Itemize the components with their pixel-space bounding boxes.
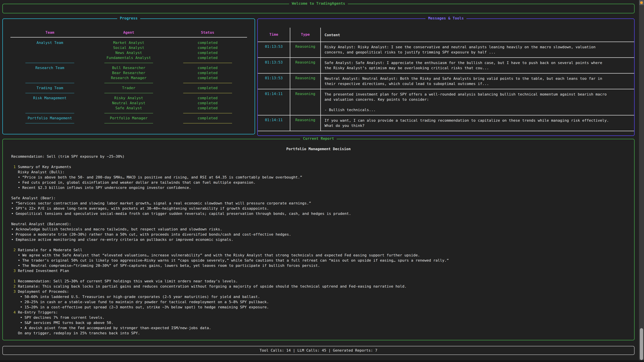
report-line: Neutral Analyst (Balanced): xyxy=(3,221,634,227)
list-number: 2 xyxy=(14,284,16,289)
messages-panel-title: Messages & Tools xyxy=(426,16,466,20)
bullet-icon: • xyxy=(11,201,14,205)
group-separator xyxy=(10,111,247,116)
separator-line xyxy=(104,123,153,123)
message-time: 01:13:53 xyxy=(258,73,290,89)
report-line: • Geopolitical tensions and speculative … xyxy=(3,211,634,216)
agent-cell: Portfolio Manager xyxy=(89,116,168,121)
bullet-icon: • xyxy=(11,212,14,216)
report-line: 1 Recommendation: Sell 25–30% of current… xyxy=(3,279,634,284)
report-line xyxy=(3,242,634,247)
current-report-panel-title: Current Report xyxy=(300,136,336,141)
team-cell: Research Team xyxy=(10,65,89,70)
bullet-icon: • xyxy=(11,206,14,211)
list-number: 2 xyxy=(14,248,16,252)
bullet-icon: • xyxy=(20,300,22,304)
scroll-top-button[interactable] xyxy=(639,0,644,5)
current-report-panel: Current Report Portfolio Management Deci… xyxy=(2,139,634,340)
report-body: Portfolio Management Decision Recommenda… xyxy=(3,139,634,336)
separator-cell xyxy=(89,63,168,63)
window-bottom-edge xyxy=(0,360,644,362)
message-time: 01:13:53 xyxy=(258,42,290,57)
message-time: 01:13:53 xyxy=(258,58,290,73)
progress-row: Risk ManagementRisky Analystcompleted xyxy=(10,95,247,100)
report-line: • 15–20% in a cost-effective put spread … xyxy=(3,305,634,310)
report-line: • We agree with the Safe Analyst that “e… xyxy=(3,253,634,258)
message-row: 01:13:53ReasoningSafe Analyst: Safe Anal… xyxy=(258,58,634,73)
bullet-icon: • xyxy=(11,238,14,242)
separator-line xyxy=(104,93,153,93)
report-line: Risky Analyst (Bull): xyxy=(3,169,634,175)
progress-row: Neutral Analystcompleted xyxy=(10,100,247,106)
report-line: Recommendation: Sell (trim SPY exposure … xyxy=(3,154,634,159)
team-cell xyxy=(10,75,89,80)
progress-row: Fundamentals Analystcompleted xyxy=(10,55,247,60)
status-cell: completed xyxy=(168,40,247,45)
message-type: Reasoning xyxy=(290,58,320,73)
team-cell xyxy=(10,50,89,55)
messages-panel: Messages & Tools Time Type Content 01:13… xyxy=(257,18,634,136)
report-line: 4 Re-Entry Triggers: xyxy=(3,310,634,315)
agent-cell: Social Analyst xyxy=(89,45,168,50)
report-line: • 50–60% into laddered U.S. Treasuries o… xyxy=(3,294,634,299)
report-line: • SPY’s 22× P/E is above long-term avera… xyxy=(3,206,634,211)
message-row: 01:13:53ReasoningNeutral Analyst: Neutra… xyxy=(258,73,634,89)
messages-table-body: 01:13:53ReasoningRisky Analyst: Risky An… xyxy=(258,42,634,131)
message-content: The presented investment plan for SPY of… xyxy=(320,89,634,115)
message-content: Safe Analyst: Safe Analyst: I appreciate… xyxy=(320,58,634,73)
separator-line xyxy=(104,113,153,113)
report-line: 2 Rationale: This scaling back locks in … xyxy=(3,284,634,289)
messages-col-content: Content xyxy=(320,28,634,41)
separator-cell xyxy=(168,63,247,63)
separator-cell xyxy=(10,63,89,63)
separator-cell xyxy=(89,113,168,113)
progress-col-team: Team xyxy=(10,30,89,35)
bullet-icon: • xyxy=(20,326,22,330)
report-line: 3 Deployment of Proceeds: xyxy=(3,289,634,294)
report-line xyxy=(3,159,634,164)
progress-row: Social Analystcompleted xyxy=(10,45,247,50)
report-line: • A dovish pivot from the Fed accompanie… xyxy=(3,325,634,331)
report-line: 2 Rationale for a Moderate Sell xyxy=(3,247,634,253)
scroll-marker-icon xyxy=(640,1,643,4)
scrollbar-track[interactable] xyxy=(639,0,644,362)
group-separator xyxy=(10,90,247,95)
separator-line xyxy=(183,113,232,113)
messages-table: Time Type Content 01:13:53ReasoningRisky… xyxy=(258,28,634,131)
report-line: • The trader’s original 50% cut is likel… xyxy=(3,258,634,263)
welcome-panel-title: Welcome to TradingAgents xyxy=(289,1,348,5)
team-cell: Risk Management xyxy=(10,95,89,100)
bullet-icon: • xyxy=(18,180,20,185)
team-cell: Analyst Team xyxy=(10,40,89,45)
message-type: Reasoning xyxy=(290,42,320,57)
message-time: 01:14:11 xyxy=(258,115,290,131)
agent-cell: Fundamentals Analyst xyxy=(89,55,168,60)
list-number: 1 xyxy=(14,165,16,169)
progress-table-header: Team Agent Status xyxy=(10,30,247,35)
report-line: • 20–25% in cash or a stable-value fund … xyxy=(3,299,634,305)
separator-line xyxy=(25,113,74,113)
progress-row: Portfolio ManagementPortfolio Managercom… xyxy=(10,116,247,121)
separator-cell xyxy=(10,113,89,113)
report-line: Safe Analyst (Bear): xyxy=(3,195,634,201)
status-cell: completed xyxy=(168,55,247,60)
status-cell: completed xyxy=(168,75,247,80)
scrollbar-thumb[interactable] xyxy=(640,328,643,360)
status-cell: completed xyxy=(168,50,247,55)
separator-cell xyxy=(89,123,168,123)
team-cell xyxy=(10,70,89,75)
team-cell xyxy=(10,106,89,111)
team-cell xyxy=(10,55,89,60)
report-line: 3 Refined Investment Plan xyxy=(3,268,634,273)
separator-cell xyxy=(10,123,89,123)
separator-cell xyxy=(168,93,247,93)
progress-row: Research Managercompleted xyxy=(10,75,247,80)
status-cell: completed xyxy=(168,45,247,50)
tradingagents-terminal: Welcome to TradingAgents Progress Team A… xyxy=(0,0,644,362)
report-line: • “Services sector contraction and slowi… xyxy=(3,201,634,206)
separator-line xyxy=(25,83,74,83)
separator-line xyxy=(25,93,74,93)
agent-cell: Neutral Analyst xyxy=(89,100,168,106)
bullet-icon: • xyxy=(18,253,20,257)
bullet-icon: • xyxy=(20,295,22,299)
